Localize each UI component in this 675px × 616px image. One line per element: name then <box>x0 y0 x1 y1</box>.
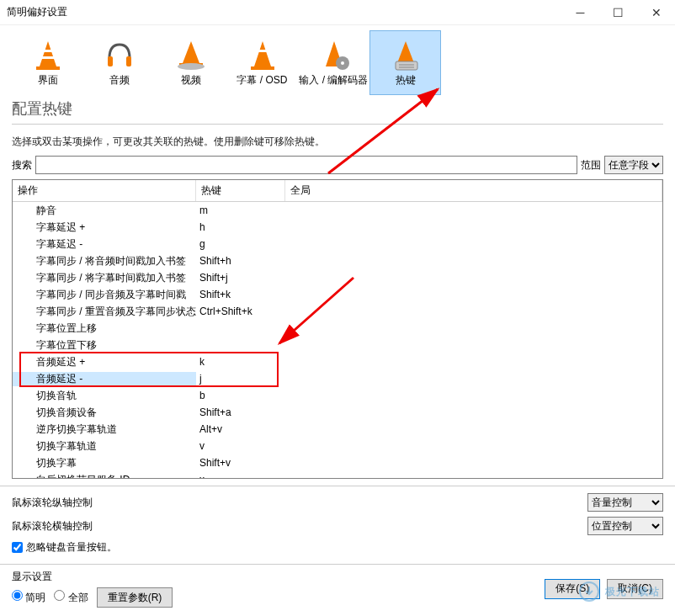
cone-icon <box>28 35 68 72</box>
category-tabs: 界面 音频 视频 字幕 / OSD 输入 / 编解码器 热键 <box>0 25 675 95</box>
radio-simple[interactable]: 简明 <box>12 590 45 605</box>
cell-hotkey: Shift+a <box>196 406 285 418</box>
table-row[interactable]: 向后切换节目服务 IDx <box>13 471 662 479</box>
hotkeys-table[interactable]: 操作 热键 全局 静音m字幕延迟 +h字幕延迟 -g字幕同步 / 将音频时间戳加… <box>12 179 663 479</box>
table-row[interactable]: 字幕延迟 +h <box>13 219 662 236</box>
svg-point-6 <box>178 63 205 70</box>
cell-hotkey: Shift+v <box>196 457 285 469</box>
svg-rect-7 <box>251 66 274 70</box>
close-button[interactable]: ✕ <box>637 0 675 24</box>
cell-action: 向后切换节目服务 ID <box>13 473 196 480</box>
tab-video[interactable]: 视频 <box>155 30 226 95</box>
svg-rect-0 <box>36 66 60 70</box>
table-row[interactable]: 字幕同步 / 同步音频及字幕时间戳Shift+k <box>13 286 662 303</box>
cell-action: 切换音轨 <box>13 389 196 403</box>
scope-select[interactable]: 任意字段 <box>604 156 663 174</box>
wheel-horizontal-label: 鼠标滚轮横轴控制 <box>12 519 93 534</box>
cell-hotkey: m <box>196 204 285 216</box>
table-row[interactable]: 逆序切换字幕轨道Alt+v <box>13 421 662 438</box>
table-row[interactable]: 字幕同步 / 将音频时间戳加入书签Shift+h <box>13 252 662 269</box>
wheel-vertical-select[interactable]: 音量控制 <box>587 493 663 512</box>
hint-text: 选择或双击某项操作，可更改其关联的热键。使用删除键可移除热键。 <box>12 135 663 149</box>
content-area: 选择或双击某项操作，可更改其关联的热键。使用删除键可移除热键。 搜索 范围 任意… <box>0 126 675 479</box>
cell-action: 音频延迟 - <box>13 372 196 386</box>
display-settings-label: 显示设置 <box>12 570 173 584</box>
cell-hotkey: Shift+k <box>196 289 285 300</box>
table-row[interactable]: 字幕同步 / 重置音频及字幕同步状态Ctrl+Shift+k <box>13 303 662 320</box>
tab-label: 音频 <box>109 73 130 88</box>
window-controls: ─ ☐ ✕ <box>561 0 675 24</box>
cell-action: 切换音频设备 <box>13 406 196 420</box>
cell-action: 字幕位置下移 <box>13 338 196 353</box>
table-row[interactable]: 字幕位置上移 <box>13 320 662 337</box>
cell-hotkey: v <box>196 440 285 452</box>
svg-rect-2 <box>42 56 54 59</box>
cell-action: 字幕同步 / 将音频时间戳加入书签 <box>13 254 196 268</box>
table-row[interactable]: 音频延迟 +k <box>13 353 662 370</box>
tab-subtitles[interactable]: 字幕 / OSD <box>226 30 298 95</box>
tab-label: 输入 / 编解码器 <box>299 73 368 88</box>
search-input[interactable] <box>35 156 577 174</box>
tab-interface[interactable]: 界面 <box>12 30 83 95</box>
minimize-button[interactable]: ─ <box>561 0 599 24</box>
cell-hotkey: h <box>196 221 285 233</box>
cell-hotkey: Ctrl+Shift+k <box>196 305 285 317</box>
search-label: 搜索 <box>12 158 32 173</box>
table-row[interactable]: 切换音频设备Shift+a <box>13 404 662 421</box>
table-row[interactable]: 切换字幕轨道v <box>13 438 662 454</box>
cell-action: 字幕同步 / 重置音频及字幕同步状态 <box>13 305 196 319</box>
tab-label: 热键 <box>396 73 416 88</box>
cell-hotkey: Alt+v <box>196 423 285 435</box>
film-icon <box>171 35 211 72</box>
scope-label: 范围 <box>581 158 601 173</box>
cell-hotkey: Shift+j <box>196 272 285 284</box>
table-row[interactable]: 切换音轨b <box>13 387 662 404</box>
table-row[interactable]: 静音m <box>13 202 662 219</box>
ignore-media-keys-input[interactable] <box>12 542 23 553</box>
cell-action: 逆序切换字幕轨道 <box>13 422 196 437</box>
cell-action: 字幕位置上移 <box>13 321 196 336</box>
svg-rect-4 <box>126 56 131 66</box>
cell-action: 切换字幕轨道 <box>13 439 196 454</box>
svg-rect-3 <box>108 56 113 66</box>
wheel-horizontal-select[interactable]: 位置控制 <box>587 517 663 535</box>
col-global[interactable]: 全局 <box>285 180 662 201</box>
window-title: 简明偏好设置 <box>0 5 67 19</box>
cancel-button[interactable]: 取消(C) <box>607 579 663 599</box>
svg-rect-1 <box>44 50 52 52</box>
col-hotkey[interactable]: 热键 <box>196 180 285 201</box>
col-action[interactable]: 操作 <box>13 180 196 201</box>
cell-action: 字幕延迟 + <box>13 220 196 235</box>
cell-hotkey: Shift+h <box>196 255 285 267</box>
svg-rect-8 <box>258 50 267 52</box>
svg-point-10 <box>341 61 344 65</box>
subtitle-icon <box>242 35 283 72</box>
cell-action: 字幕同步 / 将字幕时间戳加入书签 <box>13 271 196 285</box>
table-row[interactable]: 字幕同步 / 将字幕时间戳加入书签Shift+j <box>13 269 662 286</box>
tab-codecs[interactable]: 输入 / 编解码器 <box>298 30 369 95</box>
headphones-icon <box>99 35 140 72</box>
tab-label: 字幕 / OSD <box>237 73 287 88</box>
tab-audio[interactable]: 音频 <box>83 30 155 95</box>
svg-rect-11 <box>396 61 417 70</box>
radio-all[interactable]: 全部 <box>54 590 88 605</box>
cell-action: 字幕同步 / 同步音频及字幕时间戳 <box>13 288 196 302</box>
cell-hotkey: x <box>196 474 285 479</box>
cell-action: 音频延迟 + <box>13 355 196 369</box>
ignore-media-keys-label: 忽略键盘音量按钮。 <box>26 540 117 555</box>
tab-hotkeys[interactable]: 热键 <box>369 30 441 95</box>
maximize-button[interactable]: ☐ <box>599 0 637 24</box>
table-row[interactable]: 切换字幕Shift+v <box>13 454 662 471</box>
disc-icon <box>314 35 354 72</box>
tab-label: 界面 <box>38 73 58 88</box>
reset-button[interactable]: 重置参数(R) <box>97 587 173 608</box>
cell-action: 字幕延迟 - <box>13 237 196 252</box>
section-title: 配置热键 <box>12 98 663 125</box>
table-row[interactable]: 字幕延迟 -g <box>13 236 662 252</box>
cell-action: 切换字幕 <box>13 456 196 470</box>
table-row[interactable]: 音频延迟 -j <box>13 370 662 387</box>
tab-label: 视频 <box>181 73 201 88</box>
save-button[interactable]: 保存(S) <box>545 579 600 599</box>
ignore-media-keys-checkbox[interactable]: 忽略键盘音量按钮。 <box>12 540 663 555</box>
table-row[interactable]: 字幕位置下移 <box>13 337 662 353</box>
